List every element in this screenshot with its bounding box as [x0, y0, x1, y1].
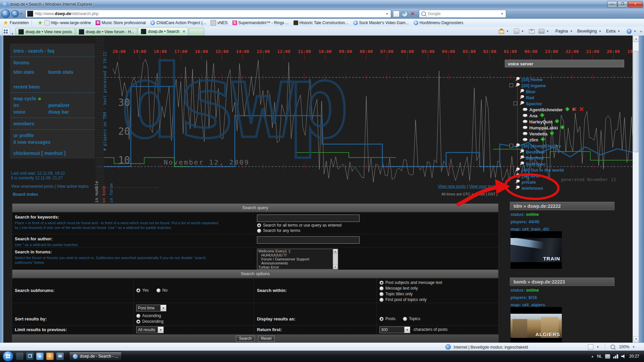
tab-inactive[interactable]: dswp.de • View new posts: [15, 28, 75, 36]
compatibility-view-icon[interactable]: [393, 11, 399, 17]
menu-extra[interactable]: Extra▼: [605, 28, 623, 34]
favorites-link[interactable]: eSock Master's Video Gam...: [353, 20, 409, 25]
forum-option[interactable]: Announcements: [257, 261, 338, 265]
sidebar-link-members[interactable]: members: [13, 121, 34, 126]
view-unanswered-link[interactable]: View unanswered posts: [11, 184, 54, 189]
history-dropdown-icon[interactable]: ▼: [20, 12, 22, 15]
scroll-down-icon[interactable]: ▼: [333, 265, 337, 269]
home-button[interactable]: ▼: [497, 28, 511, 35]
listbox-scrollbar[interactable]: ▲ ▼: [333, 249, 338, 269]
expand-icon[interactable]: [509, 144, 513, 147]
favorites-link[interactable]: SSupermandolini™ - Rings ...: [232, 20, 289, 25]
quicklaunch-switch-windows-icon[interactable]: ❒: [26, 353, 34, 360]
mail-button[interactable]: [528, 28, 536, 34]
sidebar-link-search[interactable]: search: [28, 48, 43, 54]
menu-beveiliging[interactable]: Beveiliging▼: [576, 28, 604, 34]
favorites-link[interactable]: http--www.large-online: [44, 20, 91, 25]
voice-player-agentschneider[interactable]: AgentSchneider: [523, 107, 584, 113]
dropdown-icon[interactable]: ▼: [160, 305, 166, 311]
voice-channel-spector[interactable]: Spector: [519, 101, 542, 107]
sidebar-link-pwnalizer[interactable]: pwnalizer: [48, 103, 70, 108]
dropdown-icon[interactable]: ▼: [158, 327, 163, 333]
forum-option[interactable]: HUHUUUUU !!!: [257, 253, 338, 257]
sidebar-link-dswp-bar[interactable]: dswp bar: [48, 109, 69, 115]
voice-player-ana[interactable]: Ana: [523, 113, 544, 119]
radio-icon[interactable]: [379, 292, 384, 296]
expand-icon[interactable]: [514, 102, 517, 105]
taskbar-window-button[interactable]: dswp.de - Search - ...: [69, 352, 122, 361]
forum-option[interactable]: Forum / Gameserver Support: [257, 257, 338, 261]
voice-channel--20-ingame[interactable]: [20] ingame: [515, 82, 546, 88]
sidebar-link-tdm-stats[interactable]: tdm stats: [13, 69, 34, 75]
view-your-posts-link[interactable]: View your posts: [469, 184, 498, 189]
radio-icon[interactable]: [257, 229, 261, 233]
print-button[interactable]: ▼: [537, 28, 551, 34]
sidebar-link-bomb-stats[interactable]: bomb stats: [48, 69, 73, 75]
new-tab-stub[interactable]: [189, 28, 204, 36]
add-favorite-icon[interactable]: [38, 20, 43, 25]
radio-icon[interactable]: [136, 319, 141, 324]
terms-all-option[interactable]: Search for all terms or use query as ent…: [257, 223, 341, 228]
scroll-up-icon[interactable]: ▲: [333, 249, 337, 253]
forward-button[interactable]: →: [11, 10, 19, 17]
tray-volume-icon[interactable]: [621, 354, 626, 359]
display-topics-option[interactable]: Topics: [403, 316, 420, 321]
radio-icon[interactable]: [136, 314, 141, 318]
feeds-button[interactable]: ▼: [513, 28, 526, 35]
within-option-3[interactable]: Topic titles only: [379, 292, 413, 296]
forum-option[interactable]: Turban Error: [257, 265, 338, 269]
sidebar-link-map-cycle[interactable]: map cycle: [13, 96, 36, 101]
scroll-down-icon[interactable]: ▼: [633, 336, 639, 342]
forum-option[interactable]: Wellcome Every1 :): [257, 249, 338, 253]
sidebar-link-recent-bans[interactable]: recent bans: [13, 84, 40, 89]
radio-icon[interactable]: [379, 298, 384, 302]
return-select[interactable]: 300 ▼: [379, 326, 410, 333]
sidebar-link-forums[interactable]: forums: [13, 60, 29, 65]
voice-channel--40-out-in-the-world[interactable]: [40] Out in the world: [515, 167, 564, 173]
voice-channel-bestspec[interactable]: BestSpec: [519, 161, 546, 167]
voice-channel-private[interactable]: private: [515, 179, 536, 185]
start-button[interactable]: [3, 351, 13, 362]
tab-close-icon[interactable]: ×: [183, 29, 185, 34]
language-indicator[interactable]: NL: [597, 354, 602, 359]
reset-button[interactable]: Reset: [258, 336, 274, 342]
expand-icon[interactable]: [509, 83, 513, 87]
voice-player-vendetta[interactable]: Vendetta: [523, 131, 554, 137]
keywords-input[interactable]: [257, 215, 360, 222]
address-dropdown-icon[interactable]: ▼: [386, 12, 388, 15]
sidebar-link-intro[interactable]: intro: [13, 48, 24, 54]
chevron-icon[interactable]: »: [640, 29, 642, 33]
radio-icon[interactable]: [257, 223, 261, 228]
quick-tabs-button[interactable]: [2, 28, 10, 35]
subforums-no-option[interactable]: No: [156, 288, 167, 293]
zoom-dropdown-icon[interactable]: ▼: [632, 346, 635, 349]
tab-active[interactable]: dswp.de • Search×: [138, 27, 188, 36]
display-posts-option[interactable]: Posts: [379, 316, 395, 321]
favorites-link[interactable]: MMusic Store professional: [96, 20, 146, 25]
terms-any-option[interactable]: Search for any terms: [257, 228, 300, 233]
favorites-link[interactable]: Historic Tale Construction...: [293, 20, 348, 25]
show-hidden-icons[interactable]: ▲: [591, 355, 594, 358]
search-dropdown-icon[interactable]: ▼: [501, 12, 503, 15]
descending-option[interactable]: Descending: [136, 319, 163, 324]
help-button[interactable]: ?▼: [625, 28, 639, 35]
sidebar-link-ur-profile[interactable]: ur profile: [13, 133, 34, 138]
zoom-controls[interactable]: ▼ 100% ▼: [588, 344, 636, 350]
subforums-yes-option[interactable]: Yes: [136, 288, 149, 293]
refresh-button[interactable]: [401, 11, 408, 17]
ascending-option[interactable]: Ascending: [136, 313, 161, 318]
address-bar[interactable]: http://www.dswp.de/old/search.php ▼: [25, 10, 391, 18]
back-button[interactable]: ←: [1, 9, 10, 18]
search-box[interactable]: Google ▼: [419, 10, 506, 18]
view-active-topics-link[interactable]: View active topics: [57, 184, 89, 189]
minimize-button[interactable]: —: [607, 1, 617, 8]
zoom-level[interactable]: 100%: [619, 345, 629, 349]
favorites-label[interactable]: Favorieten: [10, 20, 29, 25]
quicklaunch-mail-icon[interactable]: ✉: [56, 353, 64, 360]
within-option-2[interactable]: Message text only: [379, 286, 418, 291]
author-input[interactable]: [257, 236, 360, 244]
view-new-posts-link[interactable]: View new posts: [438, 184, 466, 189]
maximize-button[interactable]: ❐: [618, 1, 628, 8]
favorites-link[interactable]: vNES: [211, 20, 228, 25]
favorites-link[interactable]: eChildCare Action Project (...: [150, 20, 206, 25]
